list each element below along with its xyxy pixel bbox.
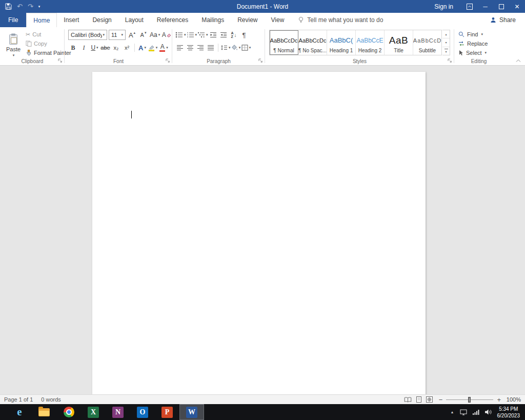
tell-me-box[interactable]: Tell me what you want to do bbox=[298, 13, 383, 27]
strikethrough-button[interactable]: abe bbox=[100, 43, 110, 53]
style-subtitle[interactable]: AaBbCcD Subtitle bbox=[413, 30, 441, 55]
tab-home[interactable]: Home bbox=[26, 13, 57, 27]
document-page[interactable] bbox=[92, 72, 426, 394]
web-layout-icon[interactable] bbox=[426, 396, 433, 403]
tab-references[interactable]: References bbox=[150, 13, 195, 27]
zoom-in-button[interactable]: + bbox=[497, 396, 501, 403]
style-heading-1[interactable]: AaBbC( Heading 1 bbox=[327, 30, 356, 55]
collapse-ribbon-icon[interactable] bbox=[516, 59, 521, 63]
save-icon[interactable] bbox=[5, 0, 12, 13]
line-spacing-button[interactable]: ▾ bbox=[220, 43, 231, 53]
font-group: Calibri (Body) ▾ 11 ▾ A▴ A▾ Aa▾ A bbox=[65, 27, 172, 65]
file-explorer-icon bbox=[38, 408, 50, 416]
change-case-button[interactable]: Aa▾ bbox=[150, 30, 160, 40]
document-area[interactable] bbox=[0, 66, 525, 394]
numbering-button[interactable]: ▾ bbox=[187, 30, 197, 40]
paragraph-group: ▾ ▾ ▾ AZ ↓ ¶ bbox=[172, 27, 265, 65]
align-center-button[interactable] bbox=[186, 43, 195, 53]
tab-view[interactable]: View bbox=[265, 13, 291, 27]
taskbar-powerpoint[interactable]: P bbox=[155, 404, 179, 420]
bold-button[interactable]: B bbox=[68, 43, 78, 53]
style-normal[interactable]: AaBbCcDc ¶ Normal bbox=[270, 30, 298, 55]
sort-button[interactable]: AZ ↓ bbox=[229, 30, 239, 40]
taskbar-file-explorer[interactable] bbox=[32, 404, 56, 420]
increase-indent-button[interactable] bbox=[219, 30, 229, 40]
font-size-combo[interactable]: 11 ▾ bbox=[109, 30, 126, 40]
display-tray-icon[interactable] bbox=[460, 409, 467, 415]
highlight-color-button[interactable]: ▾ bbox=[148, 43, 158, 53]
style-no-spacing[interactable]: AaBbCcDc ¶ No Spac... bbox=[298, 30, 327, 55]
styles-scroll-up-icon[interactable]: ▴ bbox=[442, 30, 450, 38]
styles-gallery-more-icon[interactable]: ▾ bbox=[442, 47, 450, 55]
share-person-icon bbox=[490, 17, 496, 23]
style-title[interactable]: AaB Title bbox=[385, 30, 413, 55]
shrink-font-button[interactable]: A▾ bbox=[138, 30, 148, 40]
decrease-indent-button[interactable] bbox=[209, 30, 218, 40]
styles-scroll-down-icon[interactable]: ▾ bbox=[442, 38, 450, 47]
redo-icon[interactable]: ↷ bbox=[28, 0, 33, 13]
font-family-combo[interactable]: Calibri (Body) ▾ bbox=[68, 30, 107, 40]
taskbar-internet-explorer[interactable]: e bbox=[7, 404, 32, 420]
paste-button[interactable]: Paste ▾ bbox=[3, 29, 24, 61]
zoom-out-button[interactable]: − bbox=[439, 396, 443, 403]
zoom-slider[interactable] bbox=[446, 396, 493, 403]
multilevel-list-button[interactable]: ▾ bbox=[197, 30, 208, 40]
ribbon-display-options-icon[interactable] bbox=[461, 0, 477, 13]
subscript-button[interactable]: x₂ bbox=[111, 43, 121, 53]
font-color-button[interactable]: A ▾ bbox=[159, 43, 169, 53]
taskbar-outlook[interactable]: O bbox=[130, 404, 155, 420]
show-hidden-icons-icon[interactable]: ▲ bbox=[451, 410, 454, 414]
select-button[interactable]: Select ▾ bbox=[458, 49, 488, 56]
status-bar: Page 1 of 1 0 words − + 100% bbox=[0, 394, 525, 404]
network-tray-icon[interactable] bbox=[473, 409, 479, 415]
customize-qat-icon[interactable]: ▾ bbox=[38, 0, 41, 13]
minimize-button[interactable]: ─ bbox=[477, 0, 493, 13]
tab-mailings[interactable]: Mailings bbox=[195, 13, 231, 27]
tab-layout[interactable]: Layout bbox=[118, 13, 150, 27]
style-heading-2[interactable]: AaBbCcE Heading 2 bbox=[356, 30, 385, 55]
styles-group: AaBbCcDc ¶ Normal AaBbCcDc ¶ No Spac... … bbox=[265, 27, 454, 65]
format-painter-icon bbox=[26, 50, 32, 56]
read-mode-icon[interactable] bbox=[404, 397, 412, 403]
close-button[interactable]: ✕ bbox=[509, 0, 525, 13]
replace-button[interactable]: Replace bbox=[458, 39, 488, 47]
clear-formatting-button[interactable]: A bbox=[161, 30, 171, 40]
taskbar-word-active[interactable]: W bbox=[179, 404, 204, 420]
tab-insert[interactable]: Insert bbox=[57, 13, 86, 27]
taskbar-excel[interactable]: X bbox=[81, 404, 106, 420]
justify-button[interactable] bbox=[206, 43, 216, 53]
clock[interactable]: 5:34 PM 6/20/2023 bbox=[497, 406, 520, 419]
bullets-button[interactable]: ▾ bbox=[175, 30, 186, 40]
excel-icon: X bbox=[88, 407, 99, 418]
italic-button[interactable]: I bbox=[79, 43, 89, 53]
borders-button[interactable]: ▾ bbox=[241, 43, 251, 53]
taskbar-onenote[interactable]: N bbox=[106, 404, 130, 420]
page-indicator[interactable]: Page 1 of 1 bbox=[4, 396, 33, 403]
tab-review[interactable]: Review bbox=[231, 13, 264, 27]
show-paragraph-marks-button[interactable]: ¶ bbox=[239, 30, 249, 40]
volume-tray-icon[interactable] bbox=[485, 409, 492, 415]
word-count[interactable]: 0 words bbox=[41, 396, 61, 403]
taskbar-chrome[interactable] bbox=[56, 404, 81, 420]
zoom-slider-thumb[interactable] bbox=[468, 397, 471, 403]
text-effects-button[interactable]: A▾ bbox=[137, 43, 147, 53]
sign-in-link[interactable]: Sign in bbox=[434, 3, 453, 10]
print-layout-icon[interactable] bbox=[416, 396, 422, 403]
find-button[interactable]: Find ▾ bbox=[458, 30, 488, 38]
copy-label: Copy bbox=[34, 41, 47, 47]
share-button[interactable]: Share bbox=[490, 13, 525, 27]
tab-file[interactable]: File bbox=[0, 13, 26, 27]
align-left-button[interactable] bbox=[175, 43, 185, 53]
grow-font-button[interactable]: A▴ bbox=[127, 30, 137, 40]
tab-design[interactable]: Design bbox=[86, 13, 118, 27]
line-spacing-icon bbox=[220, 45, 228, 51]
underline-button[interactable]: U▾ bbox=[90, 43, 99, 53]
undo-icon[interactable]: ↶ bbox=[17, 0, 23, 13]
superscript-button[interactable]: x² bbox=[122, 43, 132, 53]
highlighter-icon bbox=[149, 45, 155, 51]
replace-icon bbox=[458, 41, 465, 47]
shading-button[interactable]: ▾ bbox=[231, 43, 241, 53]
zoom-percentage[interactable]: 100% bbox=[504, 396, 521, 403]
align-right-button[interactable] bbox=[196, 43, 206, 53]
maximize-button[interactable] bbox=[493, 0, 509, 13]
